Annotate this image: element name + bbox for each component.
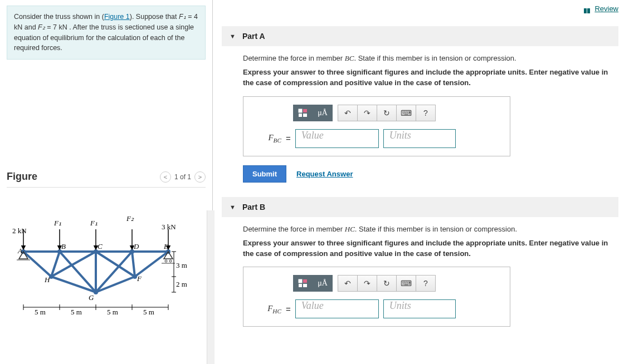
member-bc: BC — [345, 54, 354, 62]
figure-page-indicator: 1 of 1 — [174, 173, 191, 181]
templates-button[interactable] — [293, 105, 313, 121]
svg-rect-66 — [299, 284, 302, 287]
value-input[interactable]: Value — [295, 299, 379, 318]
svg-text:5 m: 5 m — [71, 308, 82, 316]
svg-text:5 m: 5 m — [35, 308, 46, 316]
svg-point-23 — [165, 260, 167, 262]
svg-point-24 — [169, 260, 172, 262]
next-figure-button[interactable]: > — [194, 171, 206, 183]
svg-text:5 m: 5 m — [107, 308, 118, 316]
svg-text:5 m: 5 m — [143, 308, 154, 316]
svg-text:F₂: F₂ — [126, 214, 134, 223]
request-answer-link[interactable]: Request Answer — [296, 170, 353, 178]
submit-button[interactable]: Submit — [243, 165, 286, 183]
keyboard-button[interactable]: ⌨ — [396, 105, 416, 121]
svg-rect-60 — [299, 109, 302, 112]
variable-label-fbc: FBC — [254, 133, 281, 144]
svg-text:2 kN: 2 kN — [12, 227, 27, 235]
svg-text:E: E — [163, 242, 168, 250]
svg-text:F: F — [136, 274, 142, 283]
svg-text:3 kN: 3 kN — [162, 223, 176, 231]
member-hc: HC — [345, 225, 355, 233]
part-a-question: Determine the force in member BC. State … — [243, 54, 614, 63]
figure-link[interactable]: Figure 1 — [104, 13, 130, 21]
redo-button[interactable]: ↷ — [357, 105, 377, 121]
keyboard-button[interactable]: ⌨ — [396, 275, 416, 292]
svg-text:B: B — [61, 242, 66, 250]
equals-sign: = — [286, 134, 291, 143]
part-b-title: Part B — [242, 203, 265, 211]
part-a-instructions: Express your answer to three significant… — [243, 67, 614, 88]
svg-line-19 — [135, 252, 168, 277]
answer-toolbar: μÅ ↶ ↷ ↻ ⌨ ? — [294, 105, 500, 121]
value-input[interactable]: Value — [295, 129, 379, 148]
left-scrollbar[interactable] — [207, 210, 214, 364]
divider — [7, 187, 206, 188]
svg-text:G: G — [89, 293, 94, 302]
svg-rect-63 — [303, 114, 307, 117]
collapse-icon: ▼ — [230, 33, 236, 40]
review-icon — [583, 7, 591, 12]
reset-button[interactable]: ↻ — [377, 275, 397, 292]
units-input[interactable]: Units — [383, 129, 456, 148]
part-a-title: Part A — [242, 32, 265, 41]
svg-text:H: H — [44, 276, 50, 284]
svg-rect-61 — [303, 109, 307, 112]
prev-figure-button[interactable]: < — [160, 171, 171, 183]
var-f2-val: = 7 kN — [45, 23, 67, 31]
figure-pager: < 1 of 1 > — [160, 171, 206, 183]
svg-text:F₁: F₁ — [90, 219, 98, 227]
svg-rect-65 — [303, 279, 307, 283]
svg-line-18 — [132, 252, 135, 277]
review-link[interactable]: Review — [594, 4, 618, 13]
truss-figure: 2 kN F₁ F₁ F₂ 3 kN A B C D E H G F 5 m 5… — [7, 199, 206, 327]
answer-toolbar: μÅ ↶ ↷ ↻ ⌨ ? — [294, 275, 500, 292]
problem-text: Consider the truss shown in ( — [14, 13, 104, 21]
figure-heading: Figure — [7, 171, 37, 183]
help-button[interactable]: ? — [416, 105, 436, 121]
collapse-icon: ▼ — [230, 204, 236, 210]
svg-text:2 m: 2 m — [176, 280, 187, 288]
part-a-header[interactable]: ▼ Part A — [222, 26, 618, 46]
svg-text:C: C — [98, 242, 103, 250]
help-button[interactable]: ? — [416, 275, 436, 292]
problem-statement: Consider the truss shown in (Figure 1). … — [7, 6, 206, 60]
svg-text:A: A — [17, 247, 22, 255]
svg-line-9 — [23, 252, 51, 277]
reset-button[interactable]: ↻ — [377, 105, 397, 121]
part-a-answer-box: μÅ ↶ ↷ ↻ ⌨ ? FBC = Value Units — [243, 96, 510, 156]
units-input[interactable]: Units — [383, 299, 456, 318]
var-f1: F₁ — [179, 13, 186, 21]
undo-button[interactable]: ↶ — [338, 105, 358, 121]
svg-text:3 m: 3 m — [176, 261, 187, 269]
variable-label-fhc: FHC — [254, 304, 281, 314]
units-button[interactable]: μÅ — [313, 105, 333, 121]
svg-text:F₁: F₁ — [53, 219, 61, 227]
part-b-answer-box: μÅ ↶ ↷ ↻ ⌨ ? FHC = Value Units — [243, 267, 510, 327]
svg-text:D: D — [133, 242, 139, 250]
redo-button[interactable]: ↷ — [357, 275, 377, 292]
units-button[interactable]: μÅ — [313, 275, 333, 292]
svg-rect-62 — [299, 114, 302, 117]
equals-sign: = — [286, 304, 291, 314]
var-f2: F₂ — [38, 23, 45, 31]
svg-rect-64 — [299, 279, 302, 283]
part-b-question: Determine the force in member HC. State … — [243, 225, 614, 234]
part-b-header[interactable]: ▼ Part B — [222, 197, 618, 217]
undo-button[interactable]: ↶ — [338, 275, 358, 292]
part-b-instructions: Express your answer to three significant… — [243, 238, 614, 259]
problem-text: ). Suppose that — [130, 13, 179, 21]
templates-button[interactable] — [293, 275, 313, 292]
svg-rect-67 — [303, 284, 307, 287]
problem-text: and — [22, 23, 38, 31]
